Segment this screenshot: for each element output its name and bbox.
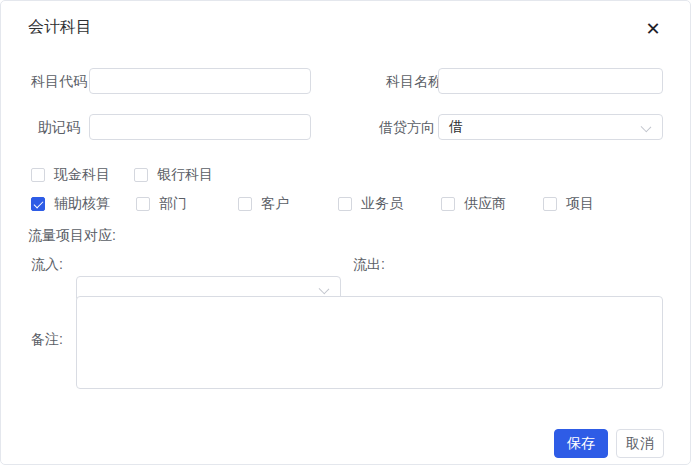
checkbox-icon: [136, 197, 150, 211]
checkbox-icon: [441, 197, 455, 211]
checkbox-salesperson[interactable]: 业务员: [338, 196, 403, 212]
checkbox-icon: [238, 197, 252, 211]
checkbox-project[interactable]: 项目: [543, 196, 594, 212]
subject-code-input[interactable]: [89, 68, 311, 94]
outflow-label: 流出:: [353, 257, 385, 271]
checkbox-label: 项目: [566, 195, 594, 213]
checkbox-label: 部门: [159, 195, 187, 213]
checkbox-supplier[interactable]: 供应商: [441, 196, 506, 212]
checkbox-icon: [338, 197, 352, 211]
subject-code-label: 科目代码: [31, 74, 87, 88]
checkbox-bank-subject[interactable]: 银行科目: [134, 167, 213, 183]
checkbox-auxiliary-accounting[interactable]: 辅助核算: [31, 196, 110, 212]
checkbox-icon: [31, 197, 45, 211]
dialog-title: 会计科目: [28, 17, 92, 38]
remarks-textarea[interactable]: [76, 296, 663, 389]
checkbox-label: 供应商: [464, 195, 506, 213]
save-button[interactable]: 保存: [554, 429, 608, 458]
chevron-down-icon: [319, 284, 330, 295]
checkbox-customer[interactable]: 客户: [238, 196, 289, 212]
checkbox-label: 现金科目: [54, 166, 110, 184]
remarks-label: 备注:: [31, 332, 63, 346]
subject-name-input[interactable]: [438, 68, 663, 94]
mnemonic-label: 助记码: [38, 120, 80, 134]
account-subject-dialog: 会计科目 ✕ 科目代码 科目名称 助记码 借贷方向 借 现金科目 银行科目 辅助…: [0, 0, 691, 465]
checkbox-department[interactable]: 部门: [136, 196, 187, 212]
checkbox-icon: [543, 197, 557, 211]
flow-section-label: 流量项目对应:: [28, 227, 116, 245]
checkbox-cash-subject[interactable]: 现金科目: [31, 167, 110, 183]
direction-label: 借贷方向: [379, 120, 435, 134]
checkbox-label: 业务员: [361, 195, 403, 213]
inflow-label: 流入:: [31, 257, 63, 271]
checkbox-icon: [31, 168, 45, 182]
chevron-down-icon: [641, 122, 652, 133]
direction-selected-value: 借: [449, 118, 463, 136]
cancel-button[interactable]: 取消: [616, 429, 664, 458]
checkbox-label: 银行科目: [157, 166, 213, 184]
subject-name-label: 科目名称: [386, 74, 442, 88]
direction-select[interactable]: 借: [438, 114, 663, 140]
checkbox-label: 客户: [261, 195, 289, 213]
checkbox-icon: [134, 168, 148, 182]
close-icon[interactable]: ✕: [642, 18, 664, 40]
checkbox-label: 辅助核算: [54, 195, 110, 213]
mnemonic-input[interactable]: [89, 114, 311, 140]
